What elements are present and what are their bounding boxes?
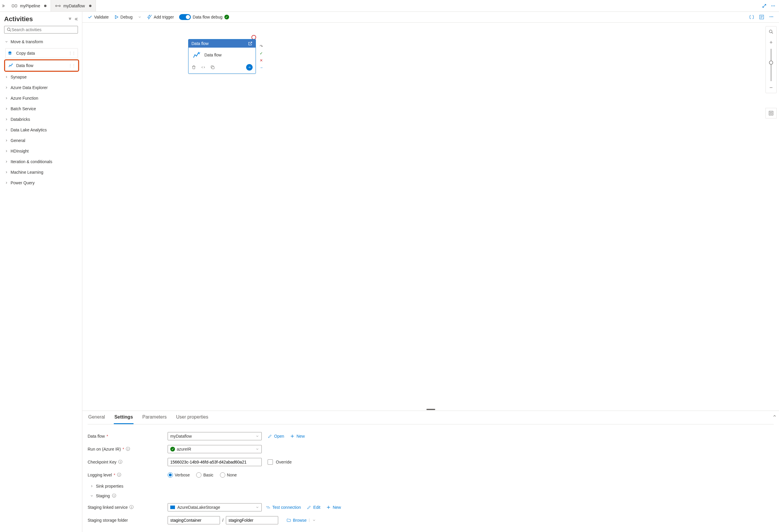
staging-service-select[interactable]: AzureDataLakeStorage [168, 503, 262, 512]
activity-data-flow[interactable]: Data flow ⋮⋮ [5, 61, 78, 71]
category-move-transform[interactable]: Move & transform [4, 37, 78, 47]
debug-dropdown[interactable] [138, 15, 141, 19]
chevron-right-icon [5, 118, 8, 121]
logging-basic-radio[interactable]: Basic [196, 472, 213, 478]
category-item[interactable]: Machine Learning [4, 167, 78, 178]
collapse-properties-icon[interactable] [773, 414, 777, 418]
info-icon[interactable]: ⓘ [126, 447, 130, 452]
delete-icon[interactable] [191, 65, 196, 70]
info-icon[interactable]: ⓘ [118, 459, 122, 465]
zoom-fit-button[interactable] [766, 108, 777, 119]
expand-nav-icon[interactable] [0, 4, 8, 8]
new-dataflow-link[interactable]: New [290, 434, 305, 439]
collapse-categories-icon[interactable] [68, 17, 72, 21]
label-run-on: Run on (Azure IR) [87, 447, 121, 452]
data-flow-icon [193, 51, 201, 59]
pipeline-canvas[interactable]: Data flow Data flow ↷ [82, 23, 779, 409]
category-item[interactable]: Databricks [4, 114, 78, 125]
checkpoint-input[interactable] [168, 458, 262, 466]
check-icon [87, 15, 92, 19]
validate-button[interactable]: Validate [87, 15, 109, 19]
more-icon[interactable] [771, 4, 775, 8]
collapse-panel-icon[interactable] [74, 17, 78, 21]
tab-user-properties[interactable]: User properties [176, 411, 209, 424]
logging-verbose-radio[interactable]: Verbose [168, 472, 190, 478]
svg-point-2 [56, 5, 57, 6]
override-checkbox[interactable] [267, 459, 273, 465]
test-connection-link[interactable]: Test connection [266, 505, 301, 510]
node-type-label: Data flow [191, 41, 208, 46]
category-item[interactable]: Azure Function [4, 93, 78, 104]
properties-icon[interactable] [759, 14, 764, 20]
plus-icon [326, 505, 331, 510]
staging-folder-input[interactable] [226, 516, 278, 524]
more-icon[interactable] [769, 14, 774, 20]
add-trigger-button[interactable]: Add trigger [147, 14, 174, 20]
debug-button[interactable]: Debug [114, 15, 133, 19]
info-icon[interactable]: ⓘ [117, 472, 121, 478]
category-item[interactable]: HDInsight [4, 146, 78, 156]
info-icon[interactable]: ⓘ [112, 493, 116, 498]
category-item[interactable]: General [4, 135, 78, 146]
label-staging-folder: Staging storage folder [87, 518, 128, 523]
label-staging-service: Staging linked service [87, 505, 128, 510]
chevron-down-icon [255, 447, 259, 451]
run-on-select[interactable]: ✓ azureIR [168, 445, 262, 453]
dataflow-icon [55, 4, 61, 8]
edit-service-link[interactable]: Edit [307, 505, 320, 510]
svg-rect-15 [212, 66, 214, 69]
category-item[interactable]: Synapse [4, 72, 78, 82]
properties-panel: General Settings Parameters User propert… [82, 411, 779, 532]
run-icon[interactable] [246, 64, 253, 71]
section-label: Sink properties [96, 484, 123, 488]
staging-section[interactable]: Staging ⓘ [87, 491, 774, 501]
category-item[interactable]: Data Lake Analytics [4, 125, 78, 135]
canvas-search-icon[interactable] [766, 26, 776, 37]
open-dataflow-link[interactable]: Open [267, 434, 284, 439]
zoom-in-button[interactable] [766, 37, 776, 48]
tab-general[interactable]: General [87, 411, 106, 424]
sink-properties-section[interactable]: Sink properties [87, 481, 774, 491]
pipeline-toolbar: Validate Debug Add trigger Data flow deb… [82, 12, 779, 23]
label-logging: Logging level [87, 473, 112, 477]
new-service-link[interactable]: New [326, 505, 341, 510]
category-item[interactable]: Iteration & conditionals [4, 156, 78, 167]
activity-label: Data flow [16, 63, 33, 68]
activity-copy-data[interactable]: Copy data ⋮⋮ [5, 48, 78, 58]
zoom-out-button[interactable] [766, 82, 776, 93]
dataflow-debug-toggle[interactable]: Data flow debug ✓ [179, 14, 231, 20]
search-field[interactable] [11, 27, 75, 32]
browse-folder-link[interactable]: Browse [287, 518, 307, 523]
search-activities-input[interactable] [4, 26, 78, 34]
trigger-icon [147, 14, 152, 20]
tab-pipeline[interactable]: myPipeline [8, 0, 51, 11]
staging-container-input[interactable] [168, 516, 220, 524]
tab-parameters[interactable]: Parameters [142, 411, 167, 424]
open-external-icon[interactable] [248, 41, 253, 46]
svg-point-11 [770, 16, 771, 17]
code-view-icon[interactable] [749, 14, 754, 20]
category-item[interactable]: Power Query [4, 178, 78, 188]
category-item[interactable]: Azure Data Explorer [4, 82, 78, 93]
chevron-down-icon [90, 494, 94, 497]
logging-none-radio[interactable]: None [220, 472, 237, 478]
clone-icon[interactable] [210, 65, 215, 70]
folder-icon [287, 518, 291, 523]
tab-settings[interactable]: Settings [114, 411, 133, 424]
dataflow-activity-node[interactable]: Data flow Data flow [188, 39, 256, 74]
category-label: HDInsight [11, 149, 28, 153]
browse-dropdown[interactable] [309, 519, 316, 522]
fail-indicator-icon: ✕ [258, 57, 264, 63]
code-icon[interactable] [201, 65, 205, 70]
info-icon[interactable]: ⓘ [129, 505, 133, 510]
tab-bar: myPipeline myDataflow [0, 0, 779, 12]
expand-window-icon[interactable] [762, 4, 767, 8]
status-ok-icon: ✓ [224, 15, 229, 19]
category-item[interactable]: Batch Service [4, 104, 78, 114]
toggle-switch[interactable] [179, 14, 191, 20]
category-label: Synapse [11, 75, 26, 79]
tab-dataflow[interactable]: myDataflow [51, 0, 96, 11]
data-flow-select[interactable]: myDataflow [168, 432, 262, 440]
grip-icon: ⋮⋮ [68, 63, 75, 68]
zoom-slider[interactable] [771, 49, 771, 81]
